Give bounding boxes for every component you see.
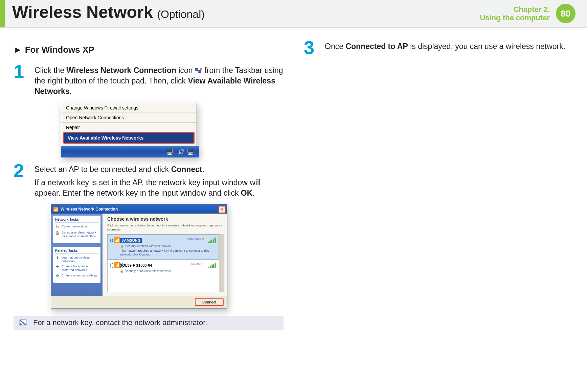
network-list[interactable]: ((📶)) SAMSUNG Automatic ★ 🔒Security-enab… [107, 234, 224, 292]
note-box: For a network key, contact the network a… [14, 316, 284, 330]
window-footer: Connect [51, 296, 227, 309]
refresh-icon: ↻ [55, 225, 60, 229]
menu-item-view-networks[interactable]: View Available Wireless Networks [61, 132, 197, 146]
network-security-samsung: 🔒Security-enabled wireless network [120, 244, 216, 248]
refresh-network-label: Refresh network list [62, 225, 88, 228]
network-security-sol39: 🔒Security-enabled wireless network [120, 269, 216, 273]
chapter-line-1: Chapter 2. [480, 5, 550, 14]
learn-wireless-label: Learn about wireless networking [62, 256, 98, 264]
left-column: ►For Windows XP 1 Click the Wireless Net… [14, 41, 284, 330]
learn-wireless-link[interactable]: ℹ Learn about wireless networking [55, 256, 98, 264]
step-2-text-d: If a network key is set in the AP, the n… [35, 178, 261, 197]
signal-bars-icon [208, 238, 216, 243]
step-2-body: Select an AP to be connected and click C… [35, 164, 284, 201]
sidebar-related-tasks: Related Tasks ℹ Learn about wireless net… [53, 247, 100, 283]
menu-item-open-connections[interactable]: Open Network Connections [61, 113, 197, 122]
setup-network-link[interactable]: 🏠 Set up a wireless network for a home o… [55, 231, 98, 239]
wireless-connection-window: 📶 Wireless Network Connection ✕ Network … [51, 204, 227, 309]
window-titlebar-icon: 📶 [53, 207, 59, 212]
figure-1: Change Windows Firewall settings Open Ne… [61, 103, 284, 157]
step-3: 3 Once Connected to AP is displayed, you… [304, 41, 573, 56]
lock-icon: 🔒 [120, 269, 123, 273]
change-order-label: Change the order of preferred networks [62, 265, 98, 272]
step-3-text-a: Once [325, 42, 345, 51]
menu-item-repair[interactable]: Repair [61, 122, 197, 132]
menu-item-firewall[interactable]: Change Windows Firewall settings [61, 103, 197, 113]
svg-rect-0 [195, 69, 198, 71]
star-outline-icon: ☆ [202, 262, 205, 265]
step-1-text-f: . [70, 87, 72, 96]
step-3-body: Once Connected to AP is displayed, you c… [325, 41, 565, 56]
step-number-2: 2 [14, 162, 28, 201]
close-button[interactable]: ✕ [218, 206, 226, 213]
xp-context-menu: Change Windows Firewall settings Open Ne… [61, 103, 197, 146]
star-filled-icon: ★ [202, 237, 204, 240]
window-title: Wireless Network Connection [61, 207, 118, 212]
page-number-badge: 80 [556, 4, 575, 23]
figure-2: 📶 Wireless Network Connection ✕ Network … [51, 204, 284, 309]
page-subtitle: (Optional) [157, 8, 205, 21]
window-body: Network Tasks ↻ Refresh network list 🏠 S… [51, 214, 227, 296]
step-1-text-c: icon [176, 66, 195, 75]
note-icon [18, 319, 28, 327]
connect-button[interactable]: Connect [195, 298, 224, 306]
svg-text:✕: ✕ [199, 68, 202, 71]
lock-icon: 🔒 [120, 244, 124, 248]
star-icon: ★ [55, 265, 60, 269]
home-icon: 🏠 [55, 231, 60, 236]
step-1: 1 Click the Wireless Network Connection … [14, 65, 284, 99]
change-order-link[interactable]: ★ Change the order of preferred networks [55, 265, 98, 272]
choose-network-heading: Choose a wireless network [107, 216, 224, 222]
wireless-connection-icon: ✕ [195, 68, 202, 74]
window-titlebar[interactable]: 📶 Wireless Network Connection ✕ [51, 205, 227, 214]
tray-network-x-icon: ✕ [172, 151, 176, 156]
figure-1-wrap: Change Windows Firewall settings Open Ne… [61, 103, 284, 157]
tray-wireless-x-icon: ✕ [193, 151, 196, 156]
header-right: Chapter 2. Using the computer 80 [480, 4, 575, 23]
sidebar-group1-title: Network Tasks [55, 218, 98, 223]
xp-taskbar: 🖥️✕ 🔊 🖥️✕ [61, 146, 199, 157]
step-2-bold-e: OK [241, 189, 253, 197]
step-number-3: 3 [304, 39, 319, 56]
section-heading: ►For Windows XP [14, 45, 284, 55]
page-title: Wireless Network [12, 2, 153, 22]
step-1-bold-b: Wireless Network Connection [67, 66, 176, 75]
right-column: 3 Once Connected to AP is displayed, you… [304, 41, 573, 330]
setup-network-label: Set up a wireless network for a home or … [62, 231, 98, 239]
advanced-settings-link[interactable]: ⚙ Change advanced settings [55, 274, 98, 278]
svg-point-5 [20, 323, 22, 325]
chapter-label: Chapter 2. Using the computer [480, 5, 550, 22]
network-item-samsung[interactable]: ((📶)) SAMSUNG Automatic ★ 🔒Security-enab… [108, 235, 219, 260]
signal-bars-icon [208, 263, 216, 268]
step-1-text-a: Click the [35, 66, 67, 75]
step-2-text-c: . [202, 165, 204, 174]
advanced-settings-label: Change advanced settings [62, 274, 98, 277]
step-2: 2 Select an AP to be connected and click… [14, 164, 284, 201]
step-2-text-f: . [252, 189, 254, 197]
window-sidebar: Network Tasks ↻ Refresh network list 🏠 S… [51, 214, 103, 296]
step-number-1: 1 [14, 63, 28, 99]
wifi-icon: ((📶)) [110, 237, 124, 243]
info-icon: ℹ [55, 256, 60, 261]
header-title-wrap: Wireless Network (Optional) [12, 2, 205, 22]
sidebar-network-tasks: Network Tasks ↻ Refresh network list 🏠 S… [53, 216, 100, 243]
step-3-bold-b: Connected to AP [345, 42, 408, 51]
gear-icon: ⚙ [55, 274, 60, 278]
close-icon: ✕ [220, 207, 224, 212]
network-item-sol39[interactable]: ((📶)) SOL39-RG1000-64 Manual ☆ 🔒Security… [108, 260, 219, 275]
network-tag-sol39: Manual ☆ [191, 262, 205, 265]
menu-item-view-networks-label: View Available Wireless Networks [63, 132, 195, 144]
sidebar-group2-title: Related Tasks [55, 249, 98, 254]
network-tag-samsung: Automatic ★ [187, 237, 204, 240]
page-number: 80 [561, 8, 571, 19]
step-3-text-c: is displayed, you can use a wireless net… [408, 42, 565, 51]
refresh-network-link[interactable]: ↻ Refresh network list [55, 225, 98, 229]
choose-network-sub: Click an item in the list below to conne… [107, 224, 224, 231]
arrow-icon: ► [14, 45, 22, 55]
page-header: Wireless Network (Optional) Chapter 2. U… [0, 0, 587, 28]
tray-volume-icon[interactable]: 🔊 [178, 148, 185, 155]
window-main: Choose a wireless network Click an item … [103, 214, 227, 296]
figure-2-wrap: 📶 Wireless Network Connection ✕ Network … [51, 204, 284, 309]
chapter-line-2: Using the computer [480, 14, 550, 22]
step-2-bold-b: Connect [171, 165, 202, 174]
